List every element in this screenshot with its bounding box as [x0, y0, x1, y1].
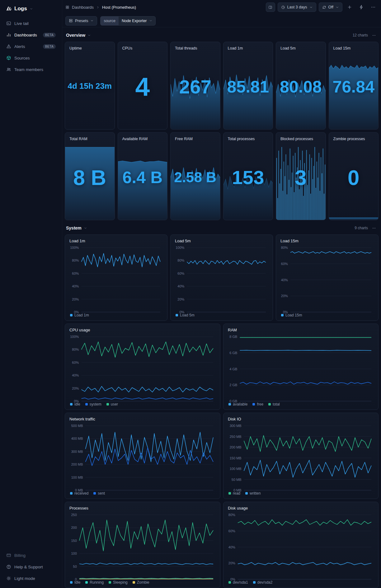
svg-text:20%: 20% [72, 297, 79, 301]
svg-text:40%: 40% [177, 284, 184, 288]
card-value: 8 B [65, 165, 115, 190]
panel-toggle-button[interactable] [266, 2, 275, 12]
chart-panel-load-1m: Load 1m 100%80%60%40%20%0% Load 1m [65, 235, 167, 321]
chart-panel-cpu-usage: CPU usage 100%80%60%40%20%0% idlesystemu… [65, 324, 220, 410]
legend-item[interactable]: dev/sda2 [253, 580, 273, 585]
add-chart-button[interactable] [345, 2, 354, 12]
legend-item[interactable]: Load 5m [176, 313, 195, 317]
chart-title: Load 15m [280, 239, 374, 243]
legend-color-swatch [228, 403, 231, 405]
svg-text:40%: 40% [228, 545, 235, 549]
presets-dropdown[interactable]: Presets [65, 16, 97, 26]
legend-label: sent [98, 491, 105, 496]
svg-text:60%: 60% [177, 272, 184, 275]
sidebar-item-live-tail[interactable]: Live tail [4, 18, 58, 29]
svg-text:20%: 20% [72, 386, 79, 390]
legend-item[interactable]: Zombie [133, 580, 149, 585]
legend-item[interactable]: user [106, 402, 118, 406]
sidebar-item-label: Light mode [14, 576, 35, 581]
section-menu-button[interactable] [370, 32, 377, 39]
legend-item[interactable]: available [228, 402, 247, 406]
sidebar-nav: Live tail Dashboards BETA Alerts BETA So… [4, 18, 58, 75]
section-collapse-chevron-icon[interactable] [84, 226, 87, 230]
beta-badge: BETA [43, 44, 56, 49]
chevron-down-icon [30, 7, 33, 11]
card-title: Available RAM [122, 137, 148, 141]
legend-item[interactable]: total [268, 402, 280, 406]
legend-item[interactable]: system [85, 402, 101, 406]
section-collapse-chevron-icon[interactable] [87, 34, 91, 37]
legend-item[interactable]: written [245, 491, 261, 496]
legend-item[interactable]: Load 15m [281, 313, 302, 317]
sidebar-item-sources[interactable]: Sources [4, 53, 58, 63]
card-value: 2.58 B [171, 169, 220, 186]
section-chart-count: 9 charts [355, 226, 368, 230]
svg-text:250 MB: 250 MB [230, 435, 242, 439]
system-section-header: System 9 charts [66, 225, 377, 231]
legend-label: free [257, 402, 263, 406]
quick-actions-button[interactable] [357, 2, 366, 12]
auto-refresh-selector[interactable]: Off [319, 2, 342, 12]
terminal-icon [6, 21, 11, 26]
legend-item[interactable]: received [70, 491, 88, 496]
chart-legend: Load 1m [69, 311, 163, 317]
legend-item[interactable]: Load 1m [70, 313, 89, 317]
ellipsis-icon [371, 5, 376, 10]
ram-chart: 8 GB6 GB4 GB2 GB0 GB [228, 334, 374, 400]
card-value: 80.08 [276, 77, 326, 96]
legend-item[interactable]: sent [93, 491, 105, 496]
card-value: 76.84 [329, 77, 379, 96]
sidebar-item-help-support[interactable]: Help & Support [4, 562, 58, 572]
system-charts-row-4: Processes 250200150100500 IdleRunningSle… [65, 502, 379, 588]
legend-item[interactable]: Running [85, 580, 104, 585]
legend-item[interactable]: free [252, 402, 263, 406]
svg-text:2 GB: 2 GB [229, 383, 237, 387]
clock-icon [281, 5, 285, 9]
svg-text:40%: 40% [72, 284, 79, 288]
plus-icon [347, 5, 352, 10]
legend-item[interactable]: read [228, 491, 240, 496]
more-options-button[interactable] [369, 2, 378, 12]
legend-label: total [273, 402, 280, 406]
svg-text:20%: 20% [281, 294, 288, 298]
svg-text:200: 200 [71, 526, 77, 529]
legend-color-swatch [70, 492, 73, 495]
chevron-down-icon [90, 19, 94, 22]
source-filter-chip[interactable]: source Node Exporter [100, 16, 155, 26]
svg-text:100%: 100% [70, 246, 79, 249]
card-title: Load 15m [333, 46, 351, 50]
sidebar-item-alerts[interactable]: Alerts BETA [4, 41, 58, 52]
workspace-switcher[interactable]: Logs [4, 4, 58, 18]
cube-icon [6, 55, 11, 60]
time-range-selector[interactable]: Last 3 days [278, 2, 316, 12]
disk-usage-chart: 80%60%40%20%0% [228, 512, 374, 578]
sidebar-item-dashboards[interactable]: Dashboards BETA [4, 30, 58, 40]
card-title: Load 1m [228, 46, 243, 50]
svg-text:8 GB: 8 GB [229, 335, 237, 339]
chevron-down-icon [309, 6, 313, 9]
sidebar-item-team-members[interactable]: Team members [4, 64, 58, 75]
card-title: Blocked processes [280, 137, 313, 141]
legend-color-swatch [281, 314, 284, 316]
legend-label: Idle [74, 580, 80, 585]
chart-legend: IdleRunningSleepingZombie [69, 578, 216, 585]
breadcrumb-root[interactable]: Dashboards [72, 5, 94, 10]
legend-color-swatch [70, 581, 73, 584]
legend-item[interactable]: Sleeping [109, 580, 128, 585]
sidebar-item-billing[interactable]: Billing [4, 550, 58, 561]
legend-item[interactable]: idle [70, 402, 80, 406]
legend-item[interactable]: Idle [70, 580, 80, 585]
svg-text:6 GB: 6 GB [229, 351, 237, 355]
load-1m-chart: 100%80%60%40%20%0% [69, 244, 163, 311]
section-menu-button[interactable] [370, 225, 377, 231]
breadcrumb-current: Host (Prometheus) [102, 5, 136, 10]
legend-label: read [233, 491, 240, 496]
stat-card-free-ram: Free RAM 2.58 B [170, 132, 220, 220]
sidebar-item-light-mode[interactable]: Light mode [4, 573, 58, 584]
legend-item[interactable]: dev/sda1 [228, 580, 248, 585]
cpu-usage-chart: 100%80%60%40%20%0% [69, 334, 216, 400]
stat-card-load-15m: Load 15m 76.84 [329, 42, 379, 130]
chart-title: Disk usage [228, 506, 374, 510]
stat-card-blocked-processes: Blocked processes 3 [276, 132, 326, 220]
svg-text:60%: 60% [72, 361, 79, 364]
